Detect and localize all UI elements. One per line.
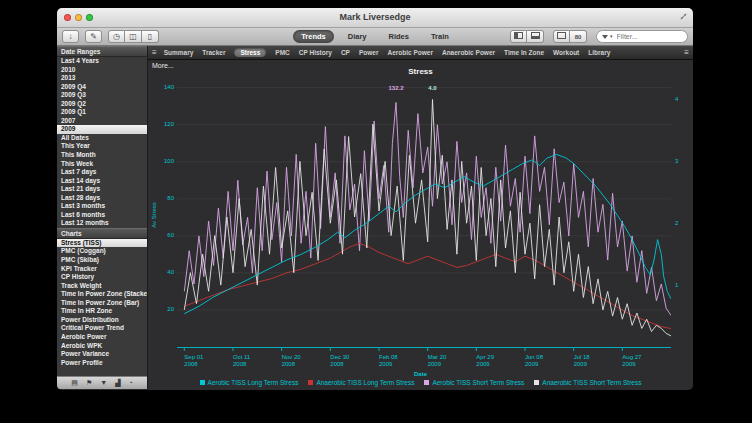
legend-item-anaerobic-tiss-long-term-stress[interactable]: Anaerobic TISS Long Term Stress (308, 379, 414, 386)
tab-aerobic-power[interactable]: Aerobic Power (387, 49, 433, 56)
traffic-lights (64, 14, 93, 21)
close-button[interactable] (64, 14, 71, 21)
sidebar-item-time-in-power-zone-bar[interactable]: Time In Power Zone (Bar) (57, 299, 147, 308)
chevron-down-icon: ▾ (610, 34, 613, 39)
tab-cp[interactable]: CP (341, 49, 350, 56)
sidebar-toggle-button[interactable] (510, 30, 527, 43)
split-button[interactable]: ◫ (125, 30, 142, 43)
sidebar-item-last-4-years[interactable]: Last 4 Years (57, 57, 147, 66)
sidebar-item-pmc-skiba[interactable]: PMC (Skiba) (57, 256, 147, 265)
sidebar-item-2009-q1[interactable]: 2009 Q1 (57, 108, 147, 117)
tab-pmc[interactable]: PMC (275, 49, 289, 56)
filter-input[interactable] (615, 32, 682, 41)
compose-button[interactable]: ✎ (85, 30, 102, 43)
chart-list: Stress (TISS)PMC (Coggan)PMC (Skiba)KPI … (57, 239, 147, 367)
single-view-button[interactable] (553, 30, 570, 43)
sidebar-item-last-7-days[interactable]: Last 7 days (57, 168, 147, 177)
sidebar-item-last-21-days[interactable]: Last 21 days (57, 185, 147, 194)
main-toolbar: ↓ ✎ ◷ ◫ ▯ TrendsDiaryRidesTrain 80 ▾ (57, 28, 693, 46)
sidebar-item-last-12-months[interactable]: Last 12 months (57, 219, 147, 228)
view-tab-train[interactable]: Train (423, 30, 457, 43)
tab-workout[interactable]: Workout (553, 49, 579, 56)
tab-tracker[interactable]: Tracker (202, 49, 225, 56)
tab-library[interactable]: Library (588, 49, 610, 56)
sidebar-item-last-6-months[interactable]: Last 6 months (57, 211, 147, 220)
legend-label: Anaerobic TISS Short Term Stress (542, 379, 641, 386)
bookmark-icon[interactable]: ⚑ (86, 377, 92, 389)
sidebar-item-2009-q3[interactable]: 2009 Q3 (57, 91, 147, 100)
sidebar-item-aerobic-power[interactable]: Aerobic Power (57, 333, 147, 342)
tab-cp-history[interactable]: CP History (299, 49, 332, 56)
sidebar-item-2010[interactable]: 2010 (57, 66, 147, 75)
legend-item-aerobic-tiss-long-term-stress[interactable]: Aerobic TISS Long Term Stress (200, 379, 299, 386)
minimize-button[interactable] (75, 14, 82, 21)
sidebar-item-cp-history[interactable]: CP History (57, 273, 147, 282)
import-button[interactable]: ↓ (62, 30, 79, 43)
tab-stress[interactable]: Stress (234, 48, 266, 57)
legend-swatch (308, 380, 313, 385)
sidebar-item-track-weight[interactable]: Track Weight (57, 282, 147, 291)
sidebar-item-2009-q4[interactable]: 2009 Q4 (57, 83, 147, 92)
y-right-tick: 3 (675, 158, 678, 164)
bottombar-toggle-button[interactable] (527, 30, 544, 43)
sidebar-item-all-dates[interactable]: All Dates (57, 134, 147, 143)
legend-label: Aerobic TISS Short Term Stress (432, 379, 524, 386)
sidebar-item-power-distribution[interactable]: Power Distribution (57, 316, 147, 325)
ride-tool-group: ◷ ◫ ▯ (108, 30, 159, 43)
tab-anaerobic-power[interactable]: Anaerobic Power (442, 49, 495, 56)
calendar-icon[interactable]: ▤ (71, 377, 78, 389)
zoom-button[interactable] (86, 14, 93, 21)
y-left-tick: 40 (152, 269, 174, 275)
sidebar-item-2013[interactable]: 2013 (57, 74, 147, 83)
menu-icon-left[interactable]: ≡ (152, 46, 157, 59)
tab-summary[interactable]: Summary (164, 49, 194, 56)
sidebar-item-2009-q2[interactable]: 2009 Q2 (57, 100, 147, 109)
sidebar-item-pmc-coggan[interactable]: PMC (Coggan) (57, 247, 147, 256)
plot-area[interactable] (177, 84, 671, 352)
view-tab-diary[interactable]: Diary (340, 30, 375, 43)
sidebar-item-time-in-hr-zone[interactable]: Time In HR Zone (57, 307, 147, 316)
sidebar-item-kpi-tracker[interactable]: KPI Tracker (57, 265, 147, 274)
trash-button[interactable]: ▯ (142, 30, 159, 43)
menu-icon-right[interactable]: ≡ (684, 46, 689, 59)
tab-power[interactable]: Power (359, 49, 379, 56)
funnel-icon (602, 35, 608, 39)
tiled-view-button[interactable]: 80 (570, 30, 587, 43)
sidebar-icon (514, 32, 523, 39)
view-tab-rides[interactable]: Rides (380, 30, 416, 43)
clock-icon[interactable]: ◔ (129, 377, 133, 389)
legend: Aerobic TISS Long Term StressAnaerobic T… (148, 379, 693, 386)
stopwatch-button[interactable]: ◷ (108, 30, 125, 43)
sidebar-item-last-3-months[interactable]: Last 3 months (57, 202, 147, 211)
sidebar-item-critical-power-trend[interactable]: Critical Power Trend (57, 324, 147, 333)
sidebar-item-this-month[interactable]: This Month (57, 151, 147, 160)
legend-item-aerobic-tiss-short-term-stress[interactable]: Aerobic TISS Short Term Stress (424, 379, 524, 386)
sidebar-item-this-week[interactable]: This Week (57, 160, 147, 169)
sidebar-item-this-year[interactable]: This Year (57, 142, 147, 151)
x-tick: Jul 18 2009 (574, 354, 590, 368)
filter-field[interactable]: ▾ (596, 30, 688, 43)
resize-icon[interactable] (679, 12, 688, 21)
sidebar-item-stress-tiss[interactable]: Stress (TISS) (57, 239, 147, 248)
layout-group: 80 (553, 30, 587, 43)
y-right-tick: 4 (675, 96, 678, 102)
y-right-tick: 2 (675, 220, 678, 226)
panel-toggle-group (510, 30, 544, 43)
sidebar-item-time-in-power-zone-stacked[interactable]: Time In Power Zone (Stacked) (57, 290, 147, 299)
sidebar-item-2009[interactable]: 2009 (57, 125, 147, 134)
sidebar-item-power-profile[interactable]: Power Profile (57, 359, 147, 368)
chart-panel: More... Stress Av Stress Date Aerobic TI… (148, 60, 693, 389)
title-bar: Mark Liversedge (57, 8, 693, 28)
sidebar-item-last-28-days[interactable]: Last 28 days (57, 194, 147, 203)
view-tab-trends[interactable]: Trends (293, 30, 334, 43)
legend-item-anaerobic-tiss-short-term-stress[interactable]: Anaerobic TISS Short Term Stress (534, 379, 641, 386)
tab-time-in-zone[interactable]: Time In Zone (504, 49, 544, 56)
sidebar-item-2007[interactable]: 2007 (57, 117, 147, 126)
chart-icon[interactable]: ▟ (115, 377, 120, 389)
sidebar-item-aerobic-wpk[interactable]: Aerobic WPK (57, 342, 147, 351)
sidebar: Date Ranges Last 4 Years201020132009 Q42… (57, 46, 148, 389)
filter-icon[interactable]: ▼ (100, 377, 107, 389)
sidebar-item-last-14-days[interactable]: Last 14 days (57, 177, 147, 186)
peak-annotation: 4.0 (428, 85, 436, 91)
sidebar-item-power-variance[interactable]: Power Variance (57, 350, 147, 359)
